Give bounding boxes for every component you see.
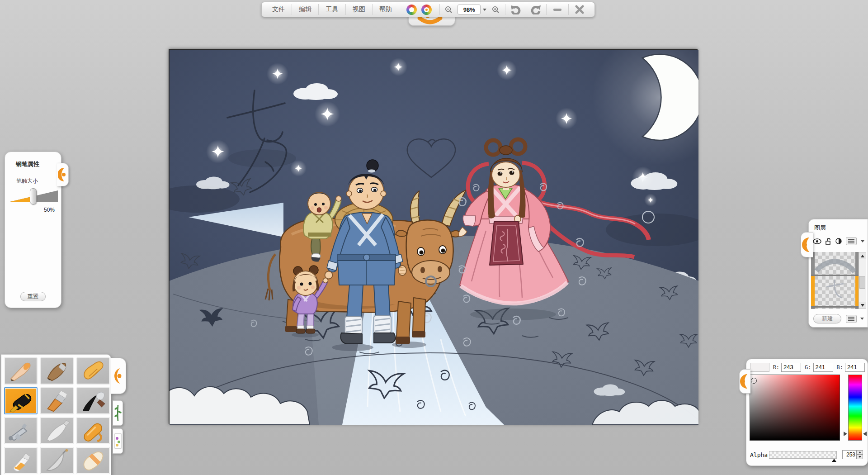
tool-flat-brush[interactable] <box>40 387 74 414</box>
canvas-artwork <box>170 50 698 425</box>
chevron-down-icon[interactable] <box>861 240 864 242</box>
layer-thumbnail-sketch <box>811 276 859 306</box>
zoom-out-icon <box>445 6 453 14</box>
layer-menu-button[interactable] <box>846 237 857 245</box>
layer-row-partial[interactable] <box>811 308 859 309</box>
layer-row-top[interactable] <box>811 252 859 275</box>
separator <box>399 4 399 15</box>
pen-properties-panel: 钢笔属性 笔触大小 50% 重置 <box>5 152 61 308</box>
layer-row-selected[interactable] <box>811 276 859 306</box>
alpha-slider[interactable] <box>769 451 837 459</box>
redo-icon <box>530 5 541 14</box>
main-toolbar: 文件 编辑 工具 视图 帮助 98% <box>261 2 595 17</box>
canvas[interactable] <box>169 49 698 424</box>
alpha-input[interactable] <box>842 450 857 459</box>
zoom-level-value[interactable]: 98% <box>458 5 481 14</box>
flower-picture-icon <box>114 431 122 451</box>
zoom-out-button[interactable] <box>441 2 457 17</box>
menu-file[interactable]: 文件 <box>266 2 291 17</box>
color-wheel-icon[interactable] <box>421 5 432 15</box>
menu-help[interactable]: 帮助 <box>373 2 398 17</box>
arrow-down-icon <box>861 304 864 307</box>
brush-size-slider[interactable] <box>7 187 59 207</box>
stamp-picture-button[interactable] <box>113 428 123 454</box>
sv-cursor[interactable] <box>751 378 757 384</box>
zoom-level-dropdown[interactable] <box>481 2 488 17</box>
slider-handle[interactable] <box>30 188 37 204</box>
layers-panel-handle[interactable] <box>801 232 813 257</box>
chevron-down-icon[interactable] <box>860 318 864 320</box>
separator <box>546 4 547 15</box>
menu-tools[interactable]: 工具 <box>320 2 344 17</box>
layer-list <box>811 252 859 309</box>
tool-eraser[interactable] <box>76 447 110 474</box>
arrow-down-icon <box>859 456 861 458</box>
menu-view[interactable]: 视图 <box>347 2 371 17</box>
zoom-in-button[interactable] <box>488 2 504 17</box>
r-label: R: <box>773 364 779 370</box>
scroll-up-button[interactable] <box>859 252 866 259</box>
pen-panel-title: 钢笔属性 <box>5 152 61 168</box>
saturation-value-picker[interactable] <box>750 375 840 441</box>
separator <box>568 4 569 15</box>
tool-airbrush[interactable] <box>4 417 38 444</box>
layer-edge <box>811 308 815 309</box>
g-input[interactable] <box>813 363 833 372</box>
alpha-increment-button[interactable] <box>857 450 863 455</box>
separator <box>439 4 440 15</box>
texture-brush-button[interactable] <box>113 400 123 426</box>
new-layer-button[interactable]: 新建 <box>813 314 841 323</box>
panel-handle-icon <box>802 237 812 253</box>
arrow-up-icon <box>859 451 861 453</box>
separator <box>372 4 373 15</box>
close-button[interactable] <box>570 2 590 17</box>
alpha-decrement-button[interactable] <box>857 455 863 459</box>
color-picker-panel: R: G: B: Alpha <box>746 359 868 466</box>
minimize-button[interactable] <box>547 2 567 17</box>
g-label: G: <box>805 364 811 370</box>
menu-edit[interactable]: 编辑 <box>293 2 317 17</box>
panel-handle-icon <box>113 367 124 385</box>
scrollbar-thumb[interactable] <box>859 276 865 289</box>
r-input[interactable] <box>781 363 801 372</box>
redo-button[interactable] <box>526 2 545 17</box>
tool-fountain-pen[interactable] <box>4 387 38 414</box>
zoom-in-icon <box>492 6 500 14</box>
hue-marker-right[interactable] <box>863 432 867 436</box>
tool-pencil[interactable] <box>4 357 38 385</box>
hue-slider[interactable] <box>848 375 862 441</box>
layer-thumbnail-stroke <box>811 252 859 275</box>
lock-icon[interactable] <box>826 238 831 245</box>
color-panel-handle[interactable] <box>739 369 750 394</box>
tool-wood-pencil[interactable] <box>40 357 74 385</box>
layers-bottom-menu[interactable] <box>846 315 857 323</box>
tool-painting-knife[interactable] <box>40 447 74 474</box>
b-input[interactable] <box>845 363 865 372</box>
tool-ink-brush[interactable] <box>76 387 110 414</box>
separator <box>505 4 505 15</box>
tool-paint-roller[interactable] <box>76 417 110 444</box>
undo-button[interactable] <box>506 2 526 17</box>
tool-paint-jar[interactable] <box>4 447 38 474</box>
pen-panel-handle[interactable] <box>57 163 69 186</box>
separator <box>345 4 346 15</box>
visibility-eye-icon[interactable] <box>813 238 821 244</box>
app-theme-buttons <box>400 2 439 17</box>
tool-panel-handle[interactable] <box>111 358 126 394</box>
current-color-swatch[interactable] <box>750 363 769 372</box>
color-tree-icon[interactable] <box>406 5 417 15</box>
alpha-marker[interactable] <box>832 459 836 462</box>
reset-button[interactable]: 重置 <box>20 292 46 301</box>
hue-marker-left[interactable] <box>844 432 847 436</box>
layers-title: 图层 <box>809 219 868 232</box>
bamboo-icon <box>114 403 122 423</box>
undo-icon <box>510 5 521 14</box>
separator <box>292 4 292 15</box>
tool-crayon[interactable] <box>76 357 110 385</box>
brush-size-value: 50% <box>5 207 61 213</box>
brush-tools-panel <box>1 354 111 475</box>
scroll-down-button[interactable] <box>859 302 866 309</box>
blend-contrast-icon[interactable] <box>835 238 842 244</box>
tool-palette-knife[interactable] <box>40 417 74 444</box>
layers-scrollbar[interactable] <box>859 252 866 309</box>
